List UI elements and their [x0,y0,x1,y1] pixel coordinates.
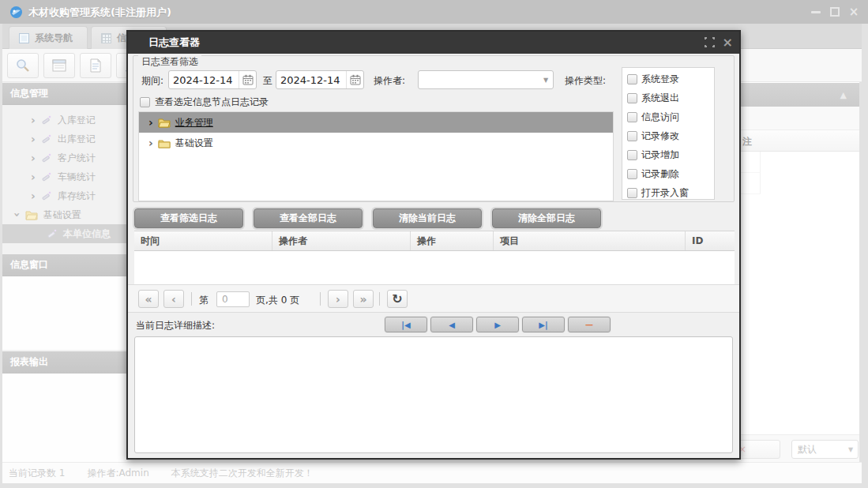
type-option-label: 系统退出 [641,92,679,105]
record-next-button[interactable]: ▶ [476,317,519,332]
node-filter-checkbox-row[interactable]: 查看选定信息节点日志记录 [140,96,269,109]
record-remove-button[interactable]: — [568,317,611,332]
last-page-button[interactable]: » [353,290,374,308]
view-filtered-logs-button[interactable]: 查看筛选日志 [134,208,243,228]
chevron-down-icon[interactable]: ▼ [539,77,553,84]
expand-icon[interactable]: › [148,117,153,128]
date-to-field[interactable] [276,70,364,89]
checkbox-icon[interactable] [140,97,150,107]
folder-icon [158,138,171,148]
separator [320,292,321,306]
paging-toolbar: « ‹ 第 页,共 0 页 › » ↻ [128,284,739,313]
checkbox-icon[interactable] [627,188,637,198]
detail-row: 当前日志详细描述: |◀ ◀ ▶ ▶| — [128,314,739,335]
separator [191,292,192,306]
date-to-input[interactable] [276,74,346,86]
prev-page-button[interactable]: ‹ [163,290,184,308]
minimize-icon [811,11,821,13]
operator-label: 操作者: [374,74,405,88]
checkbox-icon[interactable] [627,93,637,103]
dialog-header[interactable]: 日志查看器 × [128,32,739,54]
date-from-input[interactable] [169,74,239,86]
fieldset-legend: 日志查看筛选 [138,55,201,69]
type-option-delete[interactable]: 记录删除 [627,164,714,183]
checkbox-icon[interactable] [627,131,637,141]
type-option-label: 信息访问 [641,111,679,124]
column-header-time[interactable]: 时间 [134,231,272,250]
separator [379,292,380,306]
column-header-project[interactable]: 项目 [494,231,686,250]
close-button[interactable]: × [847,6,860,17]
type-option-login[interactable]: 系统登录 [627,69,714,88]
dialog-tools: × [705,37,733,47]
detail-label: 当前日志详细描述: [136,319,215,332]
node-filter-label: 查看选定信息节点日志记录 [155,96,269,109]
dialog-title: 日志查看器 [148,36,200,50]
tree-node-label: 业务管理 [175,116,213,130]
log-detail-textarea[interactable] [134,336,733,453]
title-bar: 木材收购管理系统(非注册用户) × [0,0,868,24]
minimize-button[interactable] [810,6,822,17]
record-last-button[interactable]: ▶| [522,317,565,332]
type-option-add[interactable]: 记录增加 [627,145,714,164]
type-option-label: 系统登录 [641,73,679,86]
column-header-id[interactable]: ID [686,231,735,250]
type-option-modify[interactable]: 记录修改 [627,126,714,145]
tree-node-label: 基础设置 [175,137,213,150]
record-first-button[interactable]: |◀ [385,317,427,332]
tree-node-base-settings[interactable]: › 基础设置 [139,133,613,153]
type-option-label: 打开录入窗 [641,186,689,200]
log-grid-body [134,251,735,284]
log-grid-header: 时间 操作者 操作 项目 ID [134,231,735,251]
window-controls: × [810,6,860,17]
log-viewer-dialog: 日志查看器 × 日志查看筛选 期间: 至 [126,30,741,460]
operator-select[interactable]: ▼ [418,70,554,89]
to-label: 至 [263,74,272,88]
application-window: 木材收购管理系统(非注册用户) × 系统导航 信息 [0,0,868,488]
type-option-access[interactable]: 信息访问 [627,107,714,126]
type-option-open-entry[interactable]: 打开录入窗 [627,183,714,200]
restore-icon [830,7,840,17]
period-label: 期间: [141,74,163,88]
date-from-field[interactable] [168,70,257,89]
restore-button[interactable] [829,6,841,17]
log-node-tree: › 业务管理 › 基础设置 [138,111,614,201]
checkbox-icon[interactable] [627,150,637,160]
open-folder-icon [158,118,171,128]
clear-all-logs-button[interactable]: 清除全部日志 [492,208,601,228]
page-label: 第 [199,294,209,307]
operation-type-list: 系统登录 系统退出 信息访问 记录修改 记录增加 记录删除 打开录入窗 [622,67,715,200]
next-page-button[interactable]: › [328,290,348,308]
log-filter-fieldset: 日志查看筛选 期间: 至 操作者: [133,55,735,202]
column-header-operation[interactable]: 操作 [411,231,494,250]
app-logo-icon [9,6,23,19]
checkbox-icon[interactable] [627,74,637,84]
record-prev-button[interactable]: ◀ [430,317,473,332]
page-total-label: 页,共 0 页 [256,294,299,307]
tree-node-business[interactable]: › 业务管理 [139,112,613,133]
first-page-button[interactable]: « [138,290,159,308]
maximize-icon[interactable] [705,37,715,47]
refresh-button[interactable]: ↻ [387,290,408,308]
page-number-input[interactable] [216,291,250,307]
type-option-label: 记录增加 [641,148,679,162]
view-all-logs-button[interactable]: 查看全部日志 [254,208,363,228]
operator-input[interactable] [419,74,539,85]
clear-current-logs-button[interactable]: 清除当前日志 [373,208,482,228]
dialog-close-icon[interactable]: × [723,37,733,47]
log-actions: 查看筛选日志 查看全部日志 清除当前日志 清除全部日志 [134,208,601,228]
checkbox-icon[interactable] [627,169,637,179]
checkbox-icon[interactable] [627,112,637,122]
dialog-body: 日志查看筛选 期间: 至 操作者: [128,54,739,458]
window-title: 木材收购管理系统(非注册用户) [28,6,171,20]
type-option-label: 记录修改 [641,130,679,143]
type-option-label: 记录删除 [641,167,679,181]
type-label: 操作类型: [565,74,606,88]
type-option-logout[interactable]: 系统退出 [627,88,714,107]
expand-icon[interactable]: › [148,137,153,148]
record-navigator: |◀ ◀ ▶ ▶| — [385,317,611,332]
calendar-icon[interactable] [239,71,256,88]
calendar-icon[interactable] [346,71,363,88]
column-header-operator[interactable]: 操作者 [272,231,411,250]
refresh-icon: ↻ [392,291,402,306]
